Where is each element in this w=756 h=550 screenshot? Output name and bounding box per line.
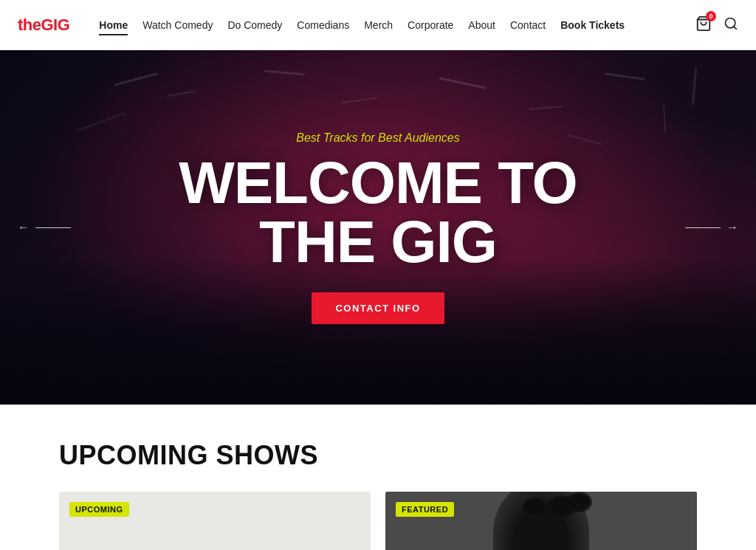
hero-section: Best Tracks for Best Audiences WELCOME T… (0, 50, 756, 405)
logo-prefix: the (18, 16, 41, 34)
nav-item-home[interactable]: Home (93, 16, 134, 34)
hair-curl-3 (523, 498, 546, 516)
hero-title-line1: WELCOME TO (179, 150, 577, 216)
show-card-2-bg (385, 492, 697, 550)
hero-title-line2: THE GIG (259, 209, 497, 275)
logo-brand: GIG (41, 16, 70, 34)
nav-item-corporate[interactable]: Corporate (402, 16, 459, 34)
right-arrow-bar (685, 227, 721, 228)
nav-item-contact[interactable]: Contact (504, 16, 551, 34)
right-arrow-glyph: → (726, 221, 738, 234)
cart-badge: 0 (706, 11, 716, 21)
hero-title: WELCOME TO THE GIG (179, 154, 577, 272)
upcoming-shows-title: UPCOMING SHOWS (59, 440, 697, 471)
show-card-2[interactable]: FEATURED (385, 492, 697, 550)
left-arrow-bar (35, 227, 71, 228)
nav-item-do-comedy[interactable]: Do Comedy (221, 16, 288, 34)
upcoming-shows-section: UPCOMING SHOWS UPCOMING FEATURED (0, 405, 756, 550)
nav-item-book-tickets[interactable]: Book Tickets (554, 16, 630, 34)
show-card-1-badge: UPCOMING (69, 502, 129, 517)
site-header: theGIG Home Watch Comedy Do Comedy Comed… (0, 0, 756, 50)
hero-subtitle: Best Tracks for Best Audiences (296, 131, 459, 145)
svg-line-2 (734, 26, 737, 29)
site-logo[interactable]: theGIG (18, 16, 69, 35)
right-arrow-icon: → (685, 221, 738, 234)
nav-item-about[interactable]: About (462, 16, 501, 34)
shows-grid: UPCOMING FEATURED (59, 492, 697, 550)
show-card-2-badge: FEATURED (396, 502, 454, 517)
search-button[interactable] (724, 16, 738, 34)
nav-item-merch[interactable]: Merch (358, 16, 399, 34)
hero-prev-button[interactable]: ← (18, 221, 71, 234)
main-nav: Home Watch Comedy Do Comedy Comedians Me… (69, 16, 695, 34)
hero-content: Best Tracks for Best Audiences WELCOME T… (0, 50, 756, 405)
nav-item-comedians[interactable]: Comedians (291, 16, 355, 34)
header-icons: 0 (695, 16, 738, 35)
nav-item-watch-comedy[interactable]: Watch Comedy (137, 16, 219, 34)
hair-curl-2 (566, 492, 592, 512)
show-card-1-bg (59, 492, 371, 550)
hero-next-button[interactable]: → (685, 221, 738, 234)
cart-button[interactable]: 0 (695, 16, 712, 35)
show-card-1[interactable]: UPCOMING (59, 492, 371, 550)
left-arrow-glyph: ← (18, 221, 30, 234)
left-arrow-icon: ← (18, 221, 71, 234)
hero-cta-button[interactable]: CONTACT INFO (312, 292, 444, 324)
